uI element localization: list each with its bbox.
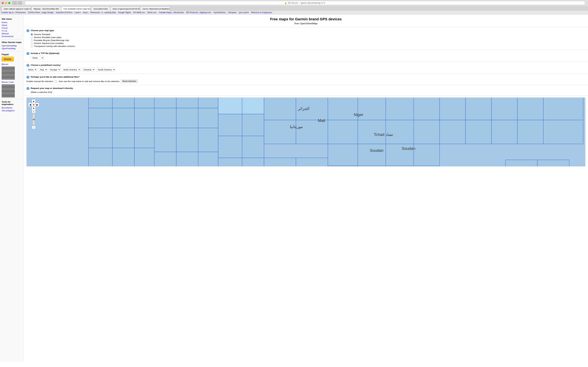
- maximize-button[interactable]: [8, 2, 10, 4]
- sidebar-nav-item[interactable]: About: [2, 24, 22, 26]
- sidebar-tool-item[interactable]: Boundaries: [2, 107, 22, 109]
- request-section: ? Request your map or download it direct…: [24, 85, 588, 95]
- map-type-option: Generic Nautical (non-routable): [31, 42, 585, 44]
- tab-bar: trailer sailboat rigging for single hand…: [0, 6, 588, 11]
- bookmark-item[interactable]: myminifactory: [214, 11, 226, 14]
- map-type-radio[interactable]: [31, 45, 33, 47]
- map-right-button[interactable]: ▶: [35, 103, 39, 107]
- svg-rect-77: [386, 120, 414, 144]
- bookmark-item[interactable]: Imported 2/14/19 ▾: [56, 11, 72, 14]
- sidebar-nav-item[interactable]: Screenshots: [2, 35, 22, 38]
- svg-rect-115: [505, 160, 537, 166]
- svg-rect-114: [543, 120, 583, 144]
- svg-rect-46: [328, 98, 358, 120]
- bitcoin-cash-qr: [2, 84, 15, 97]
- map-down-button[interactable]: ▼: [32, 107, 35, 110]
- typ-select[interactable]: None: [31, 56, 44, 60]
- country-select-africa[interactable]: Africa: [26, 68, 37, 72]
- browser-tab[interactable]: Mkgmap - OpenStreetMap Wiki: [32, 7, 61, 11]
- country-label: Choose a predefined country:: [31, 64, 61, 66]
- map-svg[interactable]: الجزائر موريتانيا Mali Niger Tchad تشاد …: [27, 98, 585, 166]
- tiles-help-icon[interactable]: ?: [26, 76, 29, 79]
- country-select-south_america[interactable]: South America: [96, 68, 115, 72]
- svg-rect-22: [154, 98, 176, 108]
- bookmark-item[interactable]: Another tap &...f Penturners: [1, 11, 26, 14]
- browser-tab[interactable]: Garmin: MapInstall and MapManager for th…: [140, 7, 170, 11]
- zoom-bar[interactable]: [33, 114, 35, 125]
- country-item: South America: [96, 68, 115, 72]
- request-help-icon[interactable]: ?: [26, 87, 29, 90]
- svg-rect-72: [296, 158, 328, 166]
- bookmark-item[interactable]: Land ▾: [75, 11, 80, 14]
- sidebar-tools: BoundariesSea polygons: [2, 107, 22, 112]
- map-type-help-icon[interactable]: ?: [26, 29, 29, 32]
- bitcoin-cash-section: Bitcoin Cash:: [2, 81, 22, 97]
- svg-rect-116: [537, 160, 569, 166]
- bookmark-item[interactable]: Vinyl |: [83, 11, 88, 14]
- sidebar-tool-item[interactable]: Sea polygons: [2, 109, 22, 112]
- paypal-section: Paypal: Donate: [2, 53, 22, 61]
- forward-button[interactable]: ›: [17, 1, 22, 5]
- browser-tab[interactable]: Instructable Editor: [91, 7, 110, 11]
- map-left-button[interactable]: ◀: [28, 103, 32, 107]
- bookmark-item[interactable]: DaVinci Reso...magic Design: [28, 11, 53, 14]
- map-type-radio[interactable]: [31, 39, 33, 41]
- map-type-label-text: Generic Routable (new style): [34, 36, 61, 39]
- country-select-north_america[interactable]: North America: [62, 68, 81, 72]
- zoom-minus-button[interactable]: −: [32, 126, 35, 129]
- bookmark-item[interactable]: Welcome to Imajeenyus: [251, 11, 272, 14]
- close-button[interactable]: [2, 2, 4, 4]
- svg-rect-34: [218, 114, 242, 136]
- browser-tab[interactable]: Free worldwide Garmin maps from OpenStre…: [61, 7, 91, 11]
- svg-rect-57: [386, 98, 414, 120]
- bitcoin-cash-link[interactable]: Bitcoin Cash:: [2, 81, 22, 83]
- svg-rect-8: [112, 98, 134, 108]
- map-type-radio[interactable]: [31, 33, 33, 35]
- sidebar-other-map-item[interactable]: OpenStreetMap: [2, 44, 22, 47]
- map-type-radio[interactable]: [31, 36, 33, 38]
- bookmark-item[interactable]: just a pinch: [239, 11, 249, 14]
- svg-rect-10: [88, 108, 112, 128]
- browser-tab[interactable]: Index of /garmin/generic/05-09-2019/ee48…: [111, 7, 140, 11]
- map-up-button[interactable]: ▲: [32, 99, 35, 103]
- zoom-plus-button[interactable]: +: [32, 110, 35, 113]
- bookmark-item[interactable]: Slooh.com: [147, 11, 157, 14]
- sidebar-nav-item[interactable]: Forum: [2, 27, 22, 29]
- reset-selection-button[interactable]: Reset Selection: [121, 80, 138, 83]
- svg-rect-113: [517, 120, 543, 144]
- bookmark-item[interactable]: Lithopane: [228, 11, 237, 14]
- svg-rect-92: [176, 152, 198, 166]
- map-center-button[interactable]: ◉: [32, 103, 35, 107]
- reload-button[interactable]: ↻: [323, 2, 325, 4]
- minimize-button[interactable]: [5, 2, 7, 4]
- bookmark-item[interactable]: Resources - V...ualising Data: [90, 11, 116, 14]
- sidebar-nav-item[interactable]: Home: [2, 21, 22, 24]
- bookmark-item[interactable]: 550 Paracord...rdgalaxy.com: [186, 11, 211, 14]
- map-type-label: Choose your map type:: [31, 29, 54, 32]
- svg-rect-58: [414, 98, 440, 120]
- country-selects-row: AfricaAsiaEuropeNorth AmericaOceaniaSout…: [26, 68, 585, 72]
- bookmark-item[interactable]: Carbide Depot...rofessionals: [159, 11, 184, 14]
- browser-tab[interactable]: trailer sailboat rigging for single hand…: [2, 7, 31, 11]
- sidebar-other-map-item[interactable]: OpenFietsMap: [2, 47, 22, 50]
- bookmark-item[interactable]: Google Flights: [118, 11, 131, 14]
- map-type-radio[interactable]: [31, 42, 33, 44]
- country-select-asia[interactable]: Asia: [38, 68, 47, 72]
- bookmark-item[interactable]: OX Metal cnc: [133, 11, 145, 14]
- svg-rect-90: [198, 128, 218, 152]
- address-bar[interactable]: 🔒 Not Secure — garmin.openstreetmap.nl ↻: [25, 1, 585, 5]
- country-help-icon[interactable]: ?: [26, 64, 29, 67]
- typ-help-icon[interactable]: ?: [26, 52, 29, 55]
- country-select-europe[interactable]: Europe: [49, 68, 61, 72]
- bitcoin-link[interactable]: Bitcoin:: [2, 63, 22, 66]
- map-container[interactable]: ▲ ◀ ◉ ▶ ▼ + −: [26, 98, 585, 167]
- tile-selection-checkbox[interactable]: [55, 80, 57, 82]
- back-button[interactable]: ‹: [12, 1, 17, 5]
- sidebar-nav-item[interactable]: F.A.Q.: [2, 30, 22, 32]
- svg-text:Niger: Niger: [354, 112, 363, 117]
- country-select-oceania[interactable]: Oceania: [82, 68, 95, 72]
- donate-button[interactable]: Donate: [2, 57, 14, 61]
- sidebar-nav-item[interactable]: Manual: [2, 32, 22, 35]
- svg-rect-71: [264, 158, 296, 166]
- svg-rect-11: [112, 108, 134, 128]
